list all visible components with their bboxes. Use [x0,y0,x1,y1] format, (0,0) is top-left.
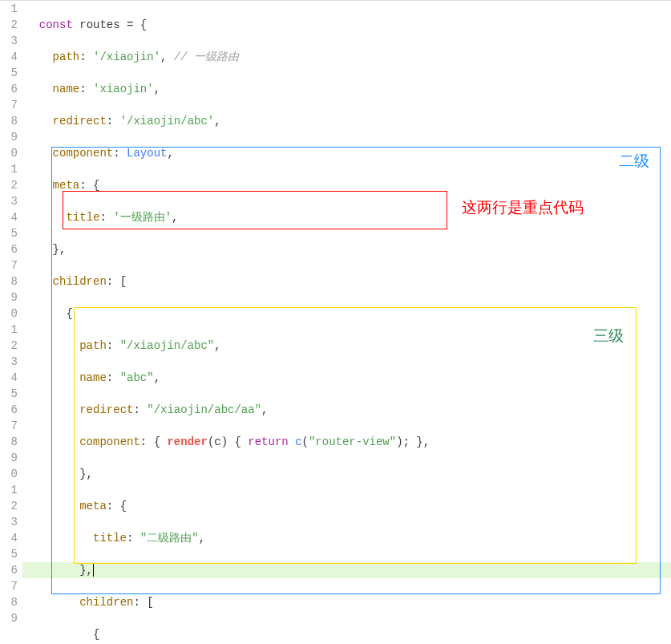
code-line: meta: { [26,498,671,514]
line-number: 7 [0,97,18,113]
line-number: 7 [0,578,18,594]
line-number: 9 [0,450,18,466]
line-number: 6 [0,562,18,578]
line-number: 2 [0,498,18,514]
line-number: 0 [0,306,18,322]
code-line: { [26,626,671,642]
code-line: title: "二级路由", [26,530,671,546]
line-number: 9 [0,610,18,626]
line-number: 3 [0,193,18,209]
line-number: 8 [0,594,18,610]
line-number: 1 [0,322,18,338]
code-line: const routes = { [26,17,671,33]
code-line: component: { render(c) { return c("route… [26,434,671,450]
line-number: 9 [0,129,18,145]
line-number: 5 [0,225,18,241]
line-number: 5 [0,386,18,402]
line-number: 4 [0,530,18,546]
line-number: 9 [0,290,18,306]
line-number: 0 [0,466,18,482]
line-number: 4 [0,370,18,386]
line-number: 4 [0,49,18,65]
code-line: path: "/xiaojin/abc", [26,338,671,354]
code-area[interactable]: const routes = { path: '/xiaojin', // 一级… [22,1,671,644]
line-number: 5 [0,546,18,562]
code-line: path: '/xiaojin', // 一级路由 [26,49,671,65]
line-number: 2 [0,338,18,354]
line-number: 3 [0,354,18,370]
code-line: children: [ [26,273,671,290]
line-number: 4 [0,209,18,225]
code-line: name: "abc", [26,370,671,386]
code-line: component: Layout, [26,145,671,161]
line-number: 5 [0,65,18,81]
code-editor: 1 2 3 4 5 6 7 8 9 0 1 2 3 4 5 6 7 8 9 0 … [0,0,671,644]
line-number: 6 [0,81,18,97]
code-line: redirect: "/xiaojin/abc/aa", [26,402,671,418]
code-line: redirect: '/xiaojin/abc', [26,113,671,129]
line-number: 6 [0,402,18,418]
line-number: 0 [0,145,18,161]
line-number: 1 [0,482,18,498]
line-number: 1 [0,1,18,17]
code-line: }, [26,466,671,482]
line-number: 3 [0,33,18,49]
code-line-highlighted: }, [22,562,671,578]
line-number: 8 [0,113,18,129]
code-line: meta: { [26,177,671,193]
line-number: 2 [0,17,18,33]
line-number: 7 [0,257,18,273]
line-number: 3 [0,514,18,530]
line-number: 8 [0,434,18,450]
line-number: 2 [0,177,18,193]
code-line: }, [26,241,671,257]
code-line: name: 'xiaojin', [26,81,671,97]
code-line: title: '一级路由', [26,209,671,225]
line-number: 1 [0,161,18,177]
code-line: { [26,306,671,322]
line-number-gutter: 1 2 3 4 5 6 7 8 9 0 1 2 3 4 5 6 7 8 9 0 … [0,1,22,644]
line-number: 7 [0,418,18,434]
code-line: children: [ [26,594,671,610]
line-number: 6 [0,241,18,257]
line-number: 8 [0,273,18,290]
